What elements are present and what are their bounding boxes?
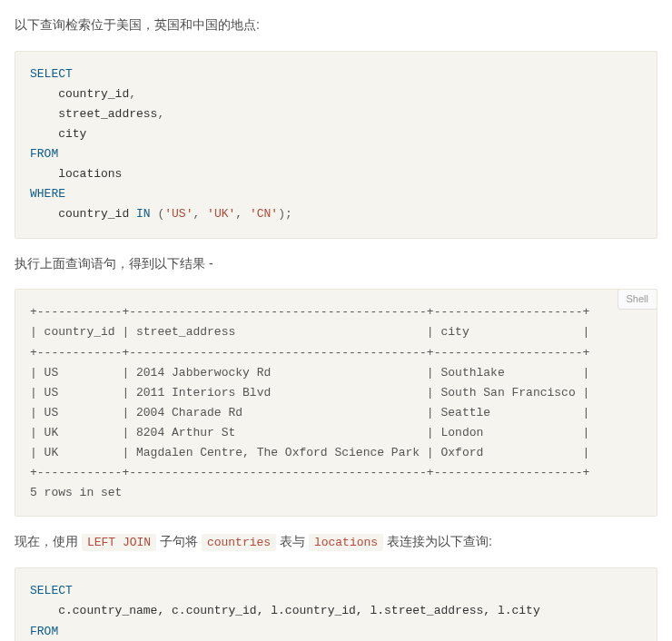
- keyword-in: IN: [136, 207, 151, 221]
- table-output: +------------+--------------------------…: [30, 305, 589, 499]
- keyword-select: SELECT: [30, 67, 73, 81]
- code-table: locations: [30, 167, 122, 181]
- code-cols-2: c.country_name, c.country_id, l.country_…: [30, 604, 540, 617]
- paragraph-join-intro: 现在，使用 LEFT JOIN 子句将 countries 表与 locatio…: [15, 531, 657, 553]
- sql-code-block-1: SELECT country_id, street_address, city …: [15, 51, 657, 239]
- code-col1: country_id: [30, 87, 129, 101]
- code-col3: city: [30, 127, 86, 141]
- code-col2: street_address: [30, 107, 157, 121]
- inline-code-countries: countries: [202, 534, 276, 551]
- keyword-select-2: SELECT: [30, 584, 73, 597]
- keyword-where: WHERE: [30, 187, 65, 201]
- keyword-from-2: FROM: [30, 625, 58, 638]
- result-table-block: Shell+------------+---------------------…: [15, 289, 657, 517]
- sql-code-block-2: SELECT c.country_name, c.country_id, l.c…: [15, 567, 657, 641]
- inline-code-left-join: LEFT JOIN: [82, 534, 156, 551]
- paragraph-result-intro: 执行上面查询语句，得到以下结果 -: [15, 253, 657, 275]
- keyword-from: FROM: [30, 147, 58, 161]
- paragraph-intro: 以下查询检索位于美国，英国和中国的地点:: [15, 15, 657, 36]
- language-badge-shell: Shell: [618, 289, 657, 310]
- code-cond: country_id: [30, 207, 136, 221]
- inline-code-locations: locations: [309, 534, 383, 551]
